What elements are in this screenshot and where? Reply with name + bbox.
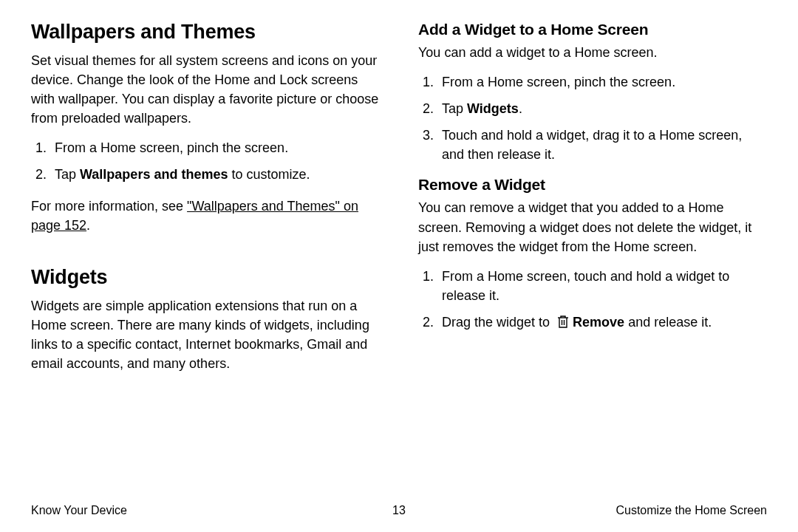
intro-widgets: Widgets are simple application extension… — [31, 296, 380, 373]
step-item: Tap Widgets. — [437, 99, 767, 118]
step-text-bold: Remove — [573, 315, 624, 330]
step-item: Tap Wallpapers and themes to customize. — [50, 165, 380, 184]
step-item: Drag the widget to Remove and release it… — [437, 313, 767, 334]
step-text: Tap — [55, 167, 80, 182]
xref-paragraph: For more information, see "Wallpapers an… — [31, 197, 380, 235]
right-column: Add a Widget to a Home Screen You can ad… — [418, 21, 767, 498]
intro-add-widget: You can add a widget to a Home screen. — [418, 43, 767, 62]
xref-pre: For more information, see — [31, 199, 187, 214]
step-item: Touch and hold a widget, drag it to a Ho… — [437, 126, 767, 164]
trash-icon — [556, 314, 570, 334]
step-text: Drag the widget to — [442, 315, 553, 330]
step-text-bold: Widgets — [467, 101, 519, 116]
heading-wallpapers-themes: Wallpapers and Themes — [31, 21, 380, 44]
step-text: . — [519, 101, 522, 116]
heading-widgets: Widgets — [31, 266, 380, 289]
step-text: Touch and hold a widget, drag it to a Ho… — [442, 128, 742, 162]
intro-remove-widget: You can remove a widget that you added t… — [418, 198, 767, 256]
left-column: Wallpapers and Themes Set visual themes … — [31, 21, 380, 498]
step-text: Tap — [442, 101, 467, 116]
step-text: to customize. — [228, 167, 310, 182]
footer-page-number: 13 — [276, 504, 522, 517]
steps-remove-widget: From a Home screen, touch and hold a wid… — [418, 267, 767, 334]
step-text: From a Home screen, pinch the screen. — [442, 75, 675, 89]
step-item: From a Home screen, pinch the screen. — [50, 138, 380, 157]
intro-wallpapers-themes: Set visual themes for all system screens… — [31, 51, 380, 128]
heading-remove-widget: Remove a Widget — [418, 176, 767, 194]
steps-add-widget: From a Home screen, pinch the screen. Ta… — [418, 72, 767, 164]
page-footer: Know Your Device 13 Customize the Home S… — [31, 498, 767, 517]
footer-left: Know Your Device — [31, 504, 276, 517]
step-text: From a Home screen, touch and hold a wid… — [442, 269, 729, 303]
step-item: From a Home screen, touch and hold a wid… — [437, 267, 767, 305]
step-item: From a Home screen, pinch the screen. — [437, 72, 767, 92]
xref-post: . — [86, 218, 90, 233]
step-text: From a Home screen, pinch the screen. — [55, 140, 288, 155]
heading-add-widget: Add a Widget to a Home Screen — [418, 21, 767, 38]
steps-wallpapers-themes: From a Home screen, pinch the screen. Ta… — [31, 138, 380, 184]
footer-right: Customize the Home Screen — [522, 504, 767, 517]
step-text-bold: Wallpapers and themes — [80, 167, 228, 182]
step-text: and release it. — [624, 315, 712, 330]
